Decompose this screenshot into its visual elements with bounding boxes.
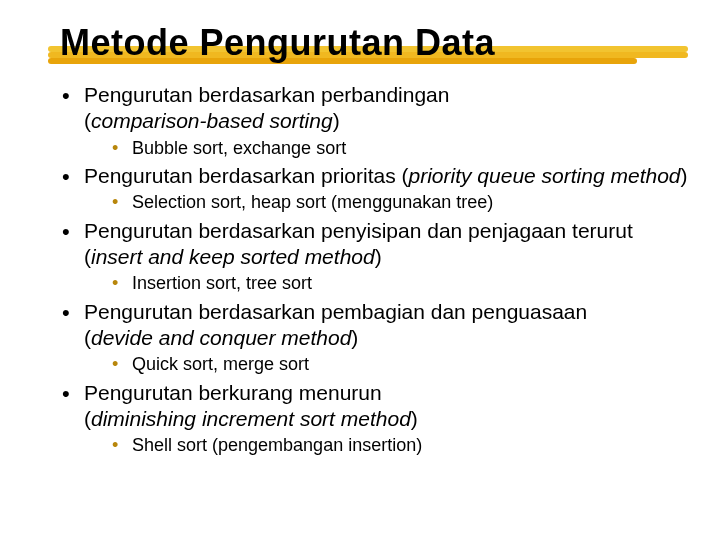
bullet-list: Pengurutan berdasarkan perbandingan (com…: [60, 82, 688, 457]
sub-highlight: Insertion sort: [132, 273, 236, 293]
sub-bullet: Quick sort, merge sort: [112, 353, 688, 376]
sub-highlight: Shell sort: [132, 435, 207, 455]
sub-bullet: Insertion sort, tree sort: [112, 272, 688, 295]
sub-bullet: Selection sort, heap sort (menggunakan t…: [112, 191, 688, 214]
slide: Metode Pengurutan Data Pengurutan berdas…: [0, 0, 720, 540]
emphasis: priority queue sorting method: [409, 164, 681, 187]
bullet-item-2: Pengurutan berdasarkan prioritas (priori…: [60, 163, 688, 214]
bullet-text: Pengurutan berdasarkan prioritas (: [84, 164, 409, 187]
emphasis: insert and keep sorted method: [91, 245, 375, 268]
page-title: Metode Pengurutan Data: [60, 22, 495, 64]
emphasis: comparison-based sorting: [91, 109, 333, 132]
title-block: Metode Pengurutan Data: [60, 22, 495, 64]
emphasis: diminishing increment sort method: [91, 407, 411, 430]
bullet-item-1: Pengurutan berdasarkan perbandingan (com…: [60, 82, 688, 159]
sub-highlight: Quick sort: [132, 354, 213, 374]
bullet-item-5: Pengurutan berkurang menurun (diminishin…: [60, 380, 688, 457]
sub-text: , exchange sort: [223, 138, 346, 158]
sub-bullet: Bubble sort, exchange sort: [112, 137, 688, 160]
sub-text: , merge sort: [213, 354, 309, 374]
bullet-tail: ): [351, 326, 358, 349]
bullet-tail: ): [333, 109, 340, 132]
sub-text: , heap sort (menggunakan tree): [241, 192, 493, 212]
bullet-tail: ): [681, 164, 688, 187]
sub-highlight: Selection sort: [132, 192, 241, 212]
bullet-tail: ): [411, 407, 418, 430]
bullet-item-4: Pengurutan berdasarkan pembagian dan pen…: [60, 299, 688, 376]
sub-text: , tree sort: [236, 273, 312, 293]
bullet-item-3: Pengurutan berdasarkan penyisipan dan pe…: [60, 218, 688, 295]
sub-bullet: Shell sort (pengembangan insertion): [112, 434, 688, 457]
sub-highlight: Bubble sort: [132, 138, 223, 158]
emphasis: devide and conquer method: [91, 326, 351, 349]
sub-text: (pengembangan insertion): [207, 435, 422, 455]
bullet-tail: ): [375, 245, 382, 268]
